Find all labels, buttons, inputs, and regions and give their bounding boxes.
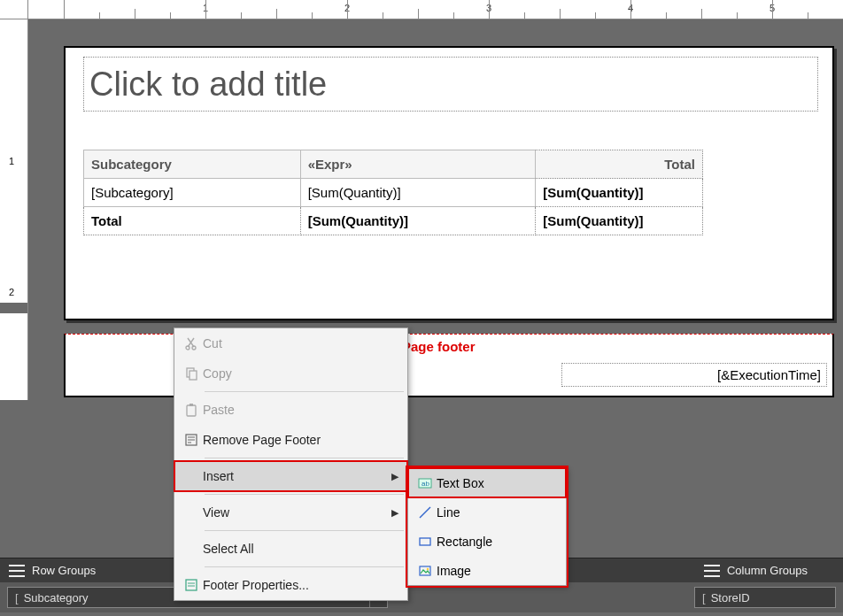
submenu-arrow-icon: ▶ [388,471,398,482]
submenu-label: Image [437,564,471,578]
bracket-icon: [ [15,591,19,604]
submenu-label: Line [437,505,460,520]
menu-label: Remove Page Footer [203,433,398,447]
matrix-row-total-cell[interactable]: [Sum(Quantity)] [536,179,703,207]
cut-icon [180,336,203,350]
design-canvas[interactable]: Click to add title Subcategory «Expr» To… [28,19,843,400]
column-group-name: StoreID [711,591,750,604]
ruler-corner [0,0,28,19]
svg-point-1 [192,346,196,350]
menu-item-select-all[interactable]: Select All [174,534,407,564]
vertical-ruler: 1 2 [0,19,28,400]
svg-line-15 [420,507,430,518]
menu-item-view[interactable]: View ▶ [174,497,407,527]
grid-icon [9,565,25,577]
column-groups-label: Column Groups [727,564,808,577]
matrix-row-group-expr[interactable]: [Subcategory] [84,179,301,207]
row-groups-label: Row Groups [32,564,96,577]
submenu-arrow-icon: ▶ [388,507,398,519]
matrix-table[interactable]: Subcategory «Expr» Total [Subcategory] [… [83,150,703,235]
image-icon [414,564,437,578]
menu-item-insert[interactable]: Insert ▶ [174,461,407,491]
page-footer-annotation: Page footer [402,339,476,354]
submenu-label: Rectangle [437,535,492,549]
submenu-item-rectangle[interactable]: Rectangle [408,527,566,556]
report-body[interactable]: Click to add title Subcategory «Expr» To… [64,46,834,320]
paste-icon [180,403,203,417]
grid-icon [704,565,720,577]
vruler-label: 1 [9,156,14,166]
menu-item-paste[interactable]: Paste [174,395,407,425]
matrix-column-total-header[interactable]: Total [536,150,703,179]
svg-rect-10 [186,580,197,590]
insert-submenu: ab Text Box Line Rectangle Image [407,467,567,586]
submenu-item-line[interactable]: Line [408,497,566,527]
context-menu: Cut Copy Paste Remove Page Footer Insert… [174,327,408,601]
copy-icon [180,366,203,381]
matrix-data-cell[interactable]: [Sum(Quantity)] [300,179,536,207]
svg-rect-5 [189,404,193,406]
matrix-total-row-header[interactable]: Total [84,207,301,235]
matrix-corner-cell[interactable]: Subcategory [84,150,301,179]
menu-item-remove-footer[interactable]: Remove Page Footer [174,425,407,455]
grouping-row: [ Subcategory ▼ [ StoreID [0,582,843,612]
matrix-grand-total-cell[interactable]: [Sum(Quantity)] [536,207,703,235]
submenu-label: Text Box [437,476,484,490]
svg-point-0 [186,346,189,350]
textbox-icon: ab [414,476,437,490]
remove-footer-icon [180,433,203,447]
row-group-name: Subcategory [24,591,89,604]
svg-rect-4 [187,405,196,416]
line-icon [414,505,437,520]
execution-time-textbox[interactable]: [&ExecutionTime] [561,363,827,387]
column-group-pill[interactable]: [ StoreID [694,587,836,608]
svg-rect-17 [420,566,430,575]
rectangle-icon [414,535,437,549]
matrix-column-total-cell[interactable]: [Sum(Quantity)] [300,207,536,235]
matrix-column-group-expr[interactable]: «Expr» [300,150,536,179]
horizontal-ruler: // ticks drawn later by JS-free markup? … [28,0,843,19]
svg-rect-3 [189,371,197,380]
svg-text:ab: ab [422,480,429,488]
menu-label: Insert [203,469,388,483]
submenu-item-image[interactable]: Image [408,556,566,585]
bracket-icon: [ [702,591,706,604]
svg-rect-16 [420,538,430,545]
menu-item-cut[interactable]: Cut [174,328,407,358]
menu-item-copy[interactable]: Copy [174,358,407,389]
report-title-placeholder[interactable]: Click to add title [83,57,818,112]
submenu-item-textbox[interactable]: ab Text Box [408,468,566,497]
menu-label: Select All [203,542,398,556]
menu-label: Copy [203,366,398,381]
menu-label: Cut [203,336,398,350]
properties-icon [180,578,203,592]
menu-label: Paste [203,403,398,417]
menu-label: Footer Properties... [203,578,398,592]
svg-point-18 [427,567,429,569]
menu-label: View [203,505,388,520]
vruler-label: 2 [9,287,14,297]
menu-item-footer-properties[interactable]: Footer Properties... [174,570,407,600]
